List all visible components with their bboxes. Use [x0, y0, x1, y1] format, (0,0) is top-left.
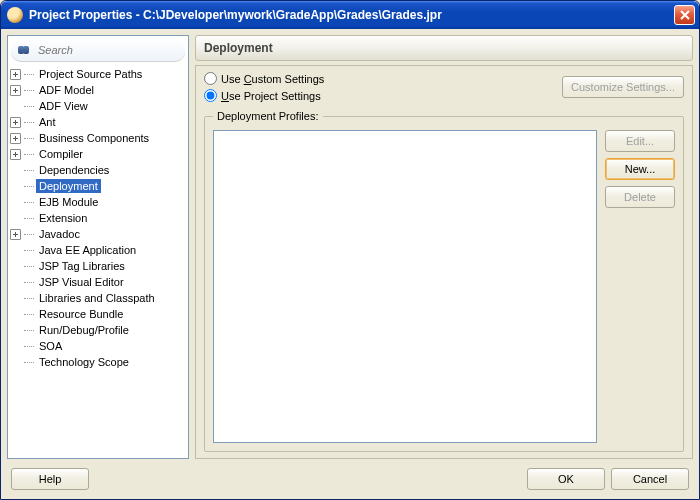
tree-node-label: Extension — [36, 211, 90, 225]
tree-node[interactable]: SOA — [10, 338, 188, 354]
settings-row: Use Custom Settings Use Project Settings… — [204, 72, 684, 102]
tree-node[interactable]: Dependencies — [10, 162, 188, 178]
page-title: Deployment — [195, 35, 693, 61]
radio-project-label: Use Project Settings — [221, 90, 321, 102]
tree-branch-line — [24, 234, 34, 235]
tree-node[interactable]: EJB Module — [10, 194, 188, 210]
tree-spacer — [10, 101, 21, 112]
tree-node[interactable]: Ant — [10, 114, 188, 130]
tree-spacer — [10, 341, 21, 352]
tree-spacer — [10, 245, 21, 256]
content-area: Project Source PathsADF ModelADF ViewAnt… — [1, 29, 699, 459]
tree-node-label: ADF Model — [36, 83, 97, 97]
radio-project-settings[interactable]: Use Project Settings — [204, 89, 324, 102]
radio-project-input[interactable] — [204, 89, 217, 102]
tree-branch-line — [24, 170, 34, 171]
close-icon — [680, 10, 690, 20]
tree-node[interactable]: Java EE Application — [10, 242, 188, 258]
tree-node[interactable]: Libraries and Classpath — [10, 290, 188, 306]
tree-branch-line — [24, 106, 34, 107]
tree-node-label: Libraries and Classpath — [36, 291, 158, 305]
expand-icon[interactable] — [10, 85, 21, 96]
tree-branch-line — [24, 330, 34, 331]
page-body: Use Custom Settings Use Project Settings… — [195, 65, 693, 459]
tree-node-label: EJB Module — [36, 195, 101, 209]
cancel-button[interactable]: Cancel — [611, 468, 689, 490]
tree-branch-line — [24, 138, 34, 139]
tree-node[interactable]: Run/Debug/Profile — [10, 322, 188, 338]
radio-custom-settings[interactable]: Use Custom Settings — [204, 72, 324, 85]
tree-node-label: JSP Visual Editor — [36, 275, 127, 289]
tree-node-label: Resource Bundle — [36, 307, 126, 321]
search-row — [11, 39, 185, 62]
tree-node-label: SOA — [36, 339, 65, 353]
tree-node[interactable]: ADF Model — [10, 82, 188, 98]
tree-node[interactable]: JSP Tag Libraries — [10, 258, 188, 274]
tree-spacer — [10, 261, 21, 272]
tree-spacer — [10, 293, 21, 304]
tree-node-label: JSP Tag Libraries — [36, 259, 128, 273]
tree-node[interactable]: Project Source Paths — [10, 66, 188, 82]
tree-node-label: Run/Debug/Profile — [36, 323, 132, 337]
app-icon — [7, 7, 23, 23]
tree-spacer — [10, 181, 21, 192]
tree-branch-line — [24, 298, 34, 299]
tree-spacer — [10, 325, 21, 336]
profiles-listbox[interactable] — [213, 130, 597, 443]
tree-node-label: Ant — [36, 115, 59, 129]
tree-node[interactable]: ADF View — [10, 98, 188, 114]
radio-custom-label: Use Custom Settings — [221, 73, 324, 85]
expand-icon[interactable] — [10, 69, 21, 80]
profiles-group: Deployment Profiles: Edit... New... Dele… — [204, 110, 684, 452]
customize-settings-button[interactable]: Customize Settings... — [562, 76, 684, 98]
details-pane: Deployment Use Custom Settings Use Proje… — [195, 35, 693, 459]
window-title: Project Properties - C:\JDeveloper\mywor… — [29, 8, 674, 22]
settings-radio-group: Use Custom Settings Use Project Settings — [204, 72, 324, 102]
expand-icon[interactable] — [10, 229, 21, 240]
tree-branch-line — [24, 154, 34, 155]
tree-node[interactable]: Compiler — [10, 146, 188, 162]
ok-button[interactable]: OK — [527, 468, 605, 490]
tree-node-label: Javadoc — [36, 227, 83, 241]
tree-node[interactable]: Business Components — [10, 130, 188, 146]
tree-node[interactable]: Resource Bundle — [10, 306, 188, 322]
new-button[interactable]: New... — [605, 158, 675, 180]
tree-node[interactable]: JSP Visual Editor — [10, 274, 188, 290]
tree-spacer — [10, 213, 21, 224]
tree-node-label: Project Source Paths — [36, 67, 145, 81]
tree-branch-line — [24, 250, 34, 251]
expand-icon[interactable] — [10, 133, 21, 144]
tree-spacer — [10, 309, 21, 320]
titlebar: Project Properties - C:\JDeveloper\mywor… — [1, 1, 699, 29]
search-input[interactable] — [36, 43, 179, 57]
tree-branch-line — [24, 74, 34, 75]
radio-custom-input[interactable] — [204, 72, 217, 85]
close-button[interactable] — [674, 5, 695, 25]
tree-branch-line — [24, 186, 34, 187]
tree-node[interactable]: Deployment — [10, 178, 188, 194]
dialog-footer: Help OK Cancel — [1, 459, 699, 499]
tree-branch-line — [24, 202, 34, 203]
property-tree[interactable]: Project Source PathsADF ModelADF ViewAnt… — [8, 64, 188, 458]
tree-branch-line — [24, 362, 34, 363]
tree-node[interactable]: Javadoc — [10, 226, 188, 242]
tree-spacer — [10, 277, 21, 288]
binoculars-icon — [17, 43, 30, 57]
profiles-fieldset: Deployment Profiles: Edit... New... Dele… — [204, 110, 684, 452]
help-button[interactable]: Help — [11, 468, 89, 490]
tree-branch-line — [24, 122, 34, 123]
tree-branch-line — [24, 218, 34, 219]
expand-icon[interactable] — [10, 117, 21, 128]
expand-icon[interactable] — [10, 149, 21, 160]
tree-branch-line — [24, 282, 34, 283]
tree-spacer — [10, 197, 21, 208]
tree-node[interactable]: Technology Scope — [10, 354, 188, 370]
delete-button[interactable]: Delete — [605, 186, 675, 208]
tree-spacer — [10, 357, 21, 368]
edit-button[interactable]: Edit... — [605, 130, 675, 152]
tree-branch-line — [24, 314, 34, 315]
tree-branch-line — [24, 346, 34, 347]
tree-node[interactable]: Extension — [10, 210, 188, 226]
tree-node-label: Deployment — [36, 179, 101, 193]
tree-node-label: Technology Scope — [36, 355, 132, 369]
